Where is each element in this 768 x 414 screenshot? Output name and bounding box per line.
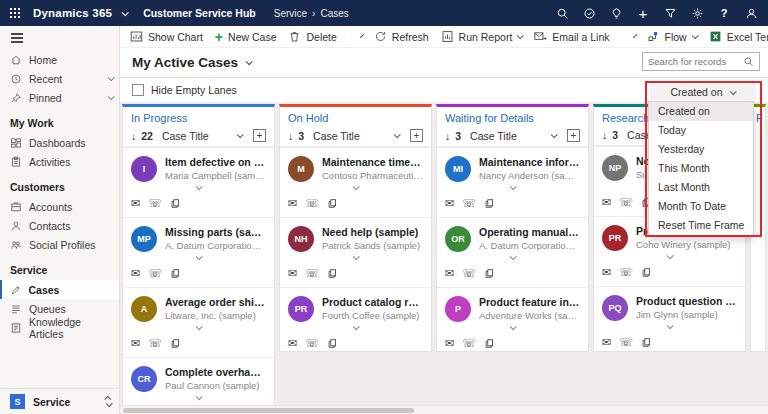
copy-task-icon[interactable] bbox=[170, 338, 181, 349]
area-switcher[interactable]: S Service bbox=[0, 388, 119, 414]
copy-task-icon[interactable] bbox=[170, 268, 181, 279]
lane-field-label[interactable]: Case Title bbox=[162, 130, 209, 142]
settings-gear-icon[interactable] bbox=[690, 6, 704, 20]
filter-funnel-icon[interactable] bbox=[663, 6, 677, 20]
chevron-down-icon[interactable] bbox=[691, 32, 698, 39]
phone-call-icon[interactable]: ☏ bbox=[305, 337, 319, 350]
case-title[interactable]: Need help (sample) bbox=[322, 226, 420, 238]
email-icon[interactable]: ✉ bbox=[288, 337, 297, 350]
email-icon[interactable]: ✉ bbox=[445, 197, 454, 210]
chevron-down-icon[interactable] bbox=[551, 131, 558, 138]
breadcrumb-service[interactable]: Service bbox=[274, 8, 307, 19]
phone-call-icon[interactable]: ☏ bbox=[619, 336, 633, 349]
brand-chevron-icon[interactable] bbox=[122, 9, 129, 16]
sort-descending-icon[interactable]: ↓ bbox=[602, 129, 607, 141]
copy-task-icon[interactable] bbox=[484, 268, 495, 279]
menu-item-month-to-date[interactable]: Month To Date bbox=[649, 197, 753, 216]
sidebar-item-cases[interactable]: Cases bbox=[0, 280, 119, 299]
copy-task-icon[interactable] bbox=[484, 198, 495, 209]
expand-card-chevron-icon[interactable] bbox=[353, 183, 360, 190]
sidebar-item-activities[interactable]: Activities bbox=[0, 152, 119, 171]
case-card[interactable]: PR Product catalog requeste… Fourth Coff… bbox=[280, 287, 431, 352]
sidebar-item-accounts[interactable]: Accounts bbox=[0, 197, 119, 216]
help-icon[interactable]: ? bbox=[717, 6, 731, 20]
sort-descending-icon[interactable]: ↓ bbox=[445, 130, 450, 142]
sidebar-item-knowledge-articles[interactable]: Knowledge Articles bbox=[0, 318, 119, 337]
sort-descending-icon[interactable]: ↓ bbox=[131, 130, 136, 142]
case-title[interactable]: Maintenance information … bbox=[479, 156, 580, 168]
overflow-chevron-icon[interactable] bbox=[633, 34, 637, 38]
email-icon[interactable]: ✉ bbox=[131, 197, 140, 210]
case-title[interactable]: Operating manual require… bbox=[479, 226, 580, 238]
scrollbar-thumb[interactable] bbox=[123, 408, 414, 413]
phone-call-icon[interactable]: ☏ bbox=[305, 197, 319, 210]
refresh-button[interactable]: Refresh bbox=[374, 30, 429, 43]
expand-card-chevron-icon[interactable] bbox=[667, 322, 674, 329]
expand-card-chevron-icon[interactable] bbox=[510, 323, 517, 330]
email-icon[interactable]: ✉ bbox=[131, 337, 140, 350]
menu-item-created-on[interactable]: Created on bbox=[649, 102, 753, 121]
expand-card-chevron-icon[interactable] bbox=[667, 252, 674, 259]
copy-task-icon[interactable] bbox=[484, 338, 495, 349]
lightbulb-icon[interactable] bbox=[609, 6, 623, 20]
horizontal-scrollbar[interactable] bbox=[121, 405, 768, 414]
phone-call-icon[interactable]: ☏ bbox=[619, 196, 633, 209]
search-icon[interactable] bbox=[555, 6, 569, 20]
email-icon[interactable]: ✉ bbox=[602, 196, 611, 209]
email-icon[interactable]: ✉ bbox=[131, 267, 140, 280]
chevron-down-icon[interactable] bbox=[108, 93, 115, 100]
phone-call-icon[interactable]: ☏ bbox=[148, 337, 162, 350]
menu-item-last-month[interactable]: Last Month bbox=[649, 178, 753, 197]
search-icon[interactable] bbox=[743, 56, 754, 67]
case-title[interactable]: Product question (sample) bbox=[636, 295, 737, 307]
copy-task-icon[interactable] bbox=[641, 267, 652, 278]
add-card-button[interactable]: + bbox=[567, 129, 580, 142]
copy-task-icon[interactable] bbox=[641, 337, 652, 348]
expand-card-chevron-icon[interactable] bbox=[353, 253, 360, 260]
email-icon[interactable]: ✉ bbox=[288, 197, 297, 210]
app-launcher-waffle-icon[interactable] bbox=[10, 8, 21, 19]
case-card[interactable]: NH Need help (sample) Patrick Sands (sam… bbox=[280, 217, 431, 287]
case-title[interactable]: Average order shipment … bbox=[165, 296, 266, 308]
phone-call-icon[interactable]: ☏ bbox=[619, 266, 633, 279]
expand-card-chevron-icon[interactable] bbox=[196, 183, 203, 190]
sitemap-collapse-button[interactable] bbox=[0, 26, 119, 50]
view-selector-chevron-icon[interactable] bbox=[246, 58, 253, 65]
expand-card-chevron-icon[interactable] bbox=[510, 253, 517, 260]
show-chart-button[interactable]: Show Chart bbox=[130, 30, 203, 43]
copy-task-icon[interactable] bbox=[170, 198, 181, 209]
delete-button[interactable]: Delete bbox=[288, 30, 336, 43]
sidebar-item-home[interactable]: Home bbox=[0, 50, 119, 69]
sidebar-item-recent[interactable]: Recent bbox=[0, 69, 119, 88]
sort-descending-icon[interactable]: ↓ bbox=[288, 130, 293, 142]
chevron-down-icon[interactable] bbox=[517, 32, 524, 39]
case-title[interactable]: Missing parts (sample) bbox=[165, 226, 266, 238]
copy-task-icon[interactable] bbox=[327, 198, 338, 209]
record-search-box[interactable] bbox=[642, 52, 760, 71]
checkmark-circle-icon[interactable] bbox=[582, 6, 596, 20]
search-input[interactable] bbox=[648, 56, 738, 67]
case-title[interactable]: Maintenance time inform… bbox=[322, 156, 423, 168]
phone-call-icon[interactable]: ☏ bbox=[462, 197, 476, 210]
user-avatar-icon[interactable] bbox=[744, 6, 758, 20]
chevron-down-icon[interactable] bbox=[108, 74, 115, 81]
created-on-filter-select[interactable]: Created on bbox=[650, 84, 756, 100]
email-icon[interactable]: ✉ bbox=[602, 336, 611, 349]
expand-card-chevron-icon[interactable] bbox=[196, 253, 203, 260]
lane-field-label[interactable]: Case Title bbox=[470, 130, 517, 142]
sidebar-item-contacts[interactable]: Contacts bbox=[0, 216, 119, 235]
breadcrumb-cases[interactable]: Cases bbox=[320, 8, 348, 19]
case-title[interactable]: Item defective on deliver… bbox=[165, 156, 266, 168]
case-card[interactable]: M Maintenance time inform… Contoso Pharm… bbox=[280, 147, 431, 217]
case-title[interactable]: Complete overhaul requi… bbox=[165, 366, 266, 378]
lane-field-label[interactable]: Case Title bbox=[313, 130, 360, 142]
new-case-button[interactable]: + New Case bbox=[215, 31, 277, 43]
expand-card-chevron-icon[interactable] bbox=[196, 393, 203, 400]
expand-card-chevron-icon[interactable] bbox=[353, 323, 360, 330]
case-card[interactable]: PQ Product question (sample) Jim Glynn (… bbox=[594, 286, 745, 352]
email-a-link-button[interactable]: Email a Link bbox=[534, 30, 609, 43]
phone-call-icon[interactable]: ☏ bbox=[462, 337, 476, 350]
sidebar-item-dashboards[interactable]: Dashboards bbox=[0, 133, 119, 152]
expand-card-chevron-icon[interactable] bbox=[196, 323, 203, 330]
phone-call-icon[interactable]: ☏ bbox=[148, 267, 162, 280]
